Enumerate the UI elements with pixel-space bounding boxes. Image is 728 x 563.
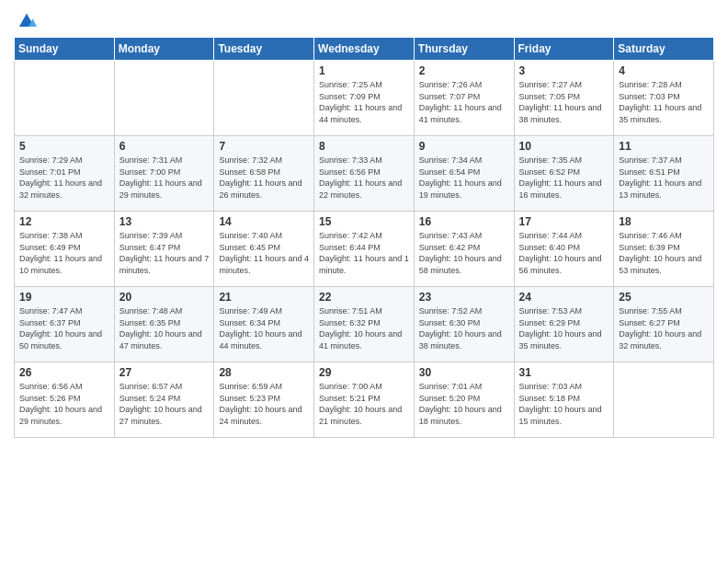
calendar-cell: 23Sunrise: 7:52 AM Sunset: 6:30 PM Dayli… (414, 287, 514, 362)
calendar-cell: 8Sunrise: 7:33 AM Sunset: 6:56 PM Daylig… (314, 136, 415, 212)
day-info: Sunrise: 7:35 AM Sunset: 6:52 PM Dayligh… (519, 155, 609, 201)
day-number: 5 (19, 140, 109, 153)
calendar-cell: 21Sunrise: 7:49 AM Sunset: 6:34 PM Dayli… (214, 287, 314, 362)
day-number: 21 (219, 291, 309, 304)
calendar-cell: 11Sunrise: 7:37 AM Sunset: 6:51 PM Dayli… (614, 136, 714, 212)
day-info: Sunrise: 6:56 AM Sunset: 5:26 PM Dayligh… (19, 381, 109, 427)
logo (14, 9, 37, 29)
calendar-cell: 20Sunrise: 7:48 AM Sunset: 6:35 PM Dayli… (114, 287, 214, 362)
day-number: 28 (219, 366, 309, 379)
day-number: 6 (119, 140, 210, 153)
calendar-cell (15, 61, 115, 136)
calendar-cell: 9Sunrise: 7:34 AM Sunset: 6:54 PM Daylig… (414, 136, 514, 212)
day-info: Sunrise: 7:47 AM Sunset: 6:37 PM Dayligh… (19, 305, 109, 351)
day-info: Sunrise: 7:25 AM Sunset: 7:09 PM Dayligh… (319, 79, 409, 125)
day-info: Sunrise: 7:31 AM Sunset: 7:00 PM Dayligh… (119, 155, 210, 201)
day-number: 30 (419, 366, 509, 379)
calendar-cell: 24Sunrise: 7:53 AM Sunset: 6:29 PM Dayli… (514, 287, 614, 362)
calendar-cell (214, 61, 314, 136)
calendar-cell: 29Sunrise: 7:00 AM Sunset: 5:21 PM Dayli… (314, 362, 415, 438)
day-number: 24 (519, 291, 609, 304)
day-number: 2 (419, 64, 509, 77)
day-info: Sunrise: 7:38 AM Sunset: 6:49 PM Dayligh… (19, 230, 109, 276)
calendar-cell: 2Sunrise: 7:26 AM Sunset: 7:07 PM Daylig… (414, 61, 514, 136)
day-info: Sunrise: 7:00 AM Sunset: 5:21 PM Dayligh… (319, 381, 409, 427)
day-info: Sunrise: 6:57 AM Sunset: 5:24 PM Dayligh… (119, 381, 210, 427)
calendar-header-wednesday: Wednesday (314, 38, 415, 61)
calendar-header-row: SundayMondayTuesdayWednesdayThursdayFrid… (15, 38, 714, 61)
calendar-table: SundayMondayTuesdayWednesdayThursdayFrid… (14, 37, 714, 438)
calendar-cell: 6Sunrise: 7:31 AM Sunset: 7:00 PM Daylig… (114, 136, 214, 212)
day-number: 13 (119, 215, 210, 228)
day-number: 31 (519, 366, 609, 379)
day-info: Sunrise: 7:33 AM Sunset: 6:56 PM Dayligh… (319, 155, 409, 201)
calendar-cell (614, 362, 714, 438)
day-number: 19 (19, 291, 109, 304)
calendar-cell: 5Sunrise: 7:29 AM Sunset: 7:01 PM Daylig… (15, 136, 115, 212)
calendar-week-5: 26Sunrise: 6:56 AM Sunset: 5:26 PM Dayli… (15, 362, 714, 438)
calendar-cell: 25Sunrise: 7:55 AM Sunset: 6:27 PM Dayli… (614, 287, 714, 362)
day-number: 15 (319, 215, 409, 228)
day-info: Sunrise: 7:34 AM Sunset: 6:54 PM Dayligh… (419, 155, 509, 201)
calendar-cell: 18Sunrise: 7:46 AM Sunset: 6:39 PM Dayli… (614, 212, 714, 287)
calendar-week-2: 5Sunrise: 7:29 AM Sunset: 7:01 PM Daylig… (15, 136, 714, 212)
main-container: SundayMondayTuesdayWednesdayThursdayFrid… (0, 0, 728, 563)
day-number: 10 (519, 140, 609, 153)
day-info: Sunrise: 7:37 AM Sunset: 6:51 PM Dayligh… (619, 155, 709, 201)
day-info: Sunrise: 7:53 AM Sunset: 6:29 PM Dayligh… (519, 305, 609, 351)
calendar-week-1: 1Sunrise: 7:25 AM Sunset: 7:09 PM Daylig… (15, 61, 714, 136)
calendar-cell (114, 61, 214, 136)
calendar-header-tuesday: Tuesday (214, 38, 314, 61)
calendar-cell: 15Sunrise: 7:42 AM Sunset: 6:44 PM Dayli… (314, 212, 415, 287)
day-info: Sunrise: 7:29 AM Sunset: 7:01 PM Dayligh… (19, 155, 109, 201)
day-info: Sunrise: 6:59 AM Sunset: 5:23 PM Dayligh… (219, 381, 309, 427)
calendar-cell: 13Sunrise: 7:39 AM Sunset: 6:47 PM Dayli… (114, 212, 214, 287)
calendar-week-4: 19Sunrise: 7:47 AM Sunset: 6:37 PM Dayli… (15, 287, 714, 362)
calendar-header-thursday: Thursday (414, 38, 514, 61)
day-number: 23 (419, 291, 509, 304)
day-info: Sunrise: 7:40 AM Sunset: 6:45 PM Dayligh… (219, 230, 309, 276)
day-number: 8 (319, 140, 409, 153)
calendar-cell: 30Sunrise: 7:01 AM Sunset: 5:20 PM Dayli… (414, 362, 514, 438)
day-number: 7 (219, 140, 309, 153)
day-number: 16 (419, 215, 509, 228)
day-info: Sunrise: 7:43 AM Sunset: 6:42 PM Dayligh… (419, 230, 509, 276)
day-info: Sunrise: 7:48 AM Sunset: 6:35 PM Dayligh… (119, 305, 210, 351)
day-info: Sunrise: 7:44 AM Sunset: 6:40 PM Dayligh… (519, 230, 609, 276)
day-info: Sunrise: 7:39 AM Sunset: 6:47 PM Dayligh… (119, 230, 210, 276)
day-info: Sunrise: 7:52 AM Sunset: 6:30 PM Dayligh… (419, 305, 509, 351)
calendar-header-saturday: Saturday (614, 38, 714, 61)
calendar-cell: 7Sunrise: 7:32 AM Sunset: 6:58 PM Daylig… (214, 136, 314, 212)
day-number: 18 (619, 215, 709, 228)
day-info: Sunrise: 7:27 AM Sunset: 7:05 PM Dayligh… (519, 79, 609, 125)
calendar-cell: 31Sunrise: 7:03 AM Sunset: 5:18 PM Dayli… (514, 362, 614, 438)
calendar-header-friday: Friday (514, 38, 614, 61)
calendar-header-sunday: Sunday (15, 38, 115, 61)
day-number: 1 (319, 64, 409, 77)
day-info: Sunrise: 7:51 AM Sunset: 6:32 PM Dayligh… (319, 305, 409, 351)
day-info: Sunrise: 7:46 AM Sunset: 6:39 PM Dayligh… (619, 230, 709, 276)
calendar-cell: 14Sunrise: 7:40 AM Sunset: 6:45 PM Dayli… (214, 212, 314, 287)
calendar-week-3: 12Sunrise: 7:38 AM Sunset: 6:49 PM Dayli… (15, 212, 714, 287)
day-number: 27 (119, 366, 210, 379)
calendar-cell: 28Sunrise: 6:59 AM Sunset: 5:23 PM Dayli… (214, 362, 314, 438)
calendar-cell: 4Sunrise: 7:28 AM Sunset: 7:03 PM Daylig… (614, 61, 714, 136)
day-number: 20 (119, 291, 210, 304)
calendar-cell: 27Sunrise: 6:57 AM Sunset: 5:24 PM Dayli… (114, 362, 214, 438)
day-info: Sunrise: 7:42 AM Sunset: 6:44 PM Dayligh… (319, 230, 409, 276)
day-number: 4 (619, 64, 709, 77)
day-number: 12 (19, 215, 109, 228)
day-info: Sunrise: 7:55 AM Sunset: 6:27 PM Dayligh… (619, 305, 709, 351)
day-number: 22 (319, 291, 409, 304)
calendar-cell: 19Sunrise: 7:47 AM Sunset: 6:37 PM Dayli… (15, 287, 115, 362)
day-info: Sunrise: 7:26 AM Sunset: 7:07 PM Dayligh… (419, 79, 509, 125)
calendar-cell: 16Sunrise: 7:43 AM Sunset: 6:42 PM Dayli… (414, 212, 514, 287)
day-number: 29 (319, 366, 409, 379)
day-number: 25 (619, 291, 709, 304)
day-number: 17 (519, 215, 609, 228)
day-info: Sunrise: 7:32 AM Sunset: 6:58 PM Dayligh… (219, 155, 309, 201)
day-number: 26 (19, 366, 109, 379)
calendar-cell: 10Sunrise: 7:35 AM Sunset: 6:52 PM Dayli… (514, 136, 614, 212)
calendar-cell: 1Sunrise: 7:25 AM Sunset: 7:09 PM Daylig… (314, 61, 415, 136)
day-number: 11 (619, 140, 709, 153)
